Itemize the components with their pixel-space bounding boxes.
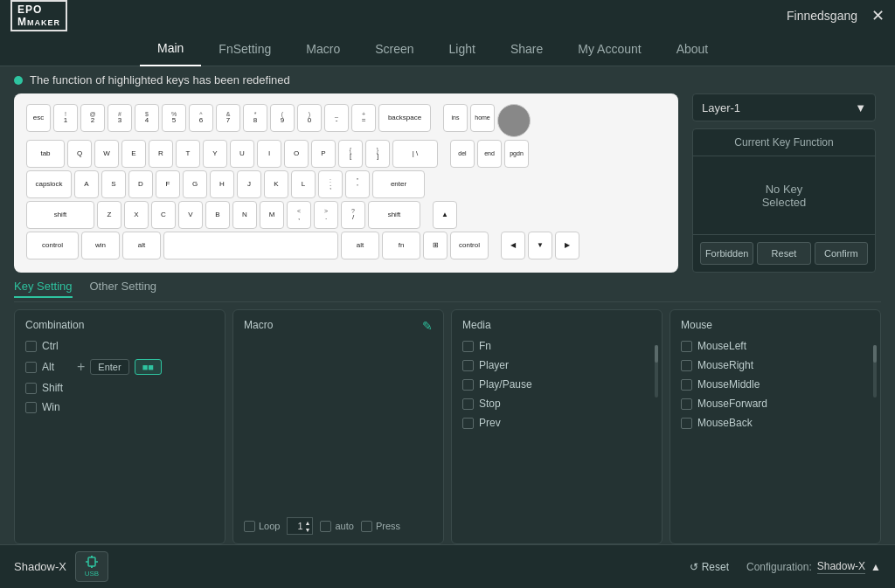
key-g[interactable]: G xyxy=(183,170,207,198)
key-o[interactable]: O xyxy=(284,140,309,168)
key-end[interactable]: end xyxy=(477,140,502,168)
key-n[interactable]: N xyxy=(232,201,257,229)
mousemiddle-checkbox[interactable] xyxy=(681,379,692,391)
key-4[interactable]: $4 xyxy=(135,104,159,132)
press-checkbox[interactable] xyxy=(361,521,372,532)
key-d[interactable]: D xyxy=(128,170,153,198)
nav-fnsetting[interactable]: FnSetting xyxy=(201,31,288,66)
key-quote[interactable]: "' xyxy=(345,170,370,198)
key-i[interactable]: I xyxy=(257,140,281,168)
key-alt-r[interactable]: alt xyxy=(341,232,379,259)
key-ctrl-l[interactable]: control xyxy=(26,232,79,259)
alt-checkbox[interactable] xyxy=(25,362,37,373)
stop-checkbox[interactable] xyxy=(462,398,474,410)
key-tab[interactable]: tab xyxy=(26,140,65,168)
key-b[interactable]: B xyxy=(205,201,230,229)
layer-select[interactable]: Layer-1 ▼ xyxy=(692,93,876,121)
key-w[interactable]: W xyxy=(94,140,119,168)
close-button[interactable]: ✕ xyxy=(871,8,885,24)
loop-up-arrow[interactable]: ▲ xyxy=(305,520,311,526)
nav-screen[interactable]: Screen xyxy=(357,31,431,66)
player-checkbox[interactable] xyxy=(462,360,474,371)
key-arrow-right[interactable]: ▶ xyxy=(555,232,579,259)
config-arrow[interactable]: ▲ xyxy=(871,561,881,573)
key-arrow-up[interactable]: ▲ xyxy=(433,201,457,229)
key-6[interactable]: ^6 xyxy=(189,104,213,132)
key-alt-l[interactable]: alt xyxy=(122,232,161,259)
nav-light[interactable]: Light xyxy=(432,31,493,66)
key-lbracket[interactable]: {[ xyxy=(338,140,363,168)
key-y[interactable]: Y xyxy=(203,140,227,168)
mouseleft-checkbox[interactable] xyxy=(681,341,692,352)
key-backslash[interactable]: | \ xyxy=(392,140,438,168)
key-knob[interactable] xyxy=(497,104,531,137)
key-2[interactable]: @2 xyxy=(80,104,105,132)
key-enter[interactable]: enter xyxy=(372,170,425,198)
macro-edit-icon[interactable]: ✎ xyxy=(422,319,433,333)
key-comma[interactable]: <, xyxy=(287,201,311,229)
key-pgdn[interactable]: pgdn xyxy=(504,140,529,168)
key-v[interactable]: V xyxy=(178,201,203,229)
key-del[interactable]: del xyxy=(450,140,475,168)
key-ins[interactable]: ins xyxy=(443,104,468,132)
key-minus[interactable]: _- xyxy=(324,104,349,132)
key-5[interactable]: %5 xyxy=(162,104,186,132)
mouseright-checkbox[interactable] xyxy=(681,360,692,371)
key-semicolon[interactable]: :; xyxy=(318,170,343,198)
nav-about[interactable]: About xyxy=(659,31,726,66)
nav-main[interactable]: Main xyxy=(140,31,201,66)
key-m[interactable]: M xyxy=(260,201,284,229)
key-x[interactable]: X xyxy=(124,201,149,229)
shift-checkbox[interactable] xyxy=(25,383,37,394)
key-9[interactable]: (9 xyxy=(270,104,295,132)
key-equals[interactable]: += xyxy=(351,104,376,132)
key-h[interactable]: H xyxy=(210,170,234,198)
nav-share[interactable]: Share xyxy=(493,31,560,66)
enter-chip[interactable]: Enter xyxy=(90,359,128,375)
forbidden-button[interactable]: Forbidden xyxy=(700,242,753,265)
key-esc[interactable]: esc xyxy=(26,104,51,132)
key-shift-r[interactable]: shift xyxy=(368,201,420,229)
loop-checkbox[interactable] xyxy=(244,521,255,532)
key-home[interactable]: home xyxy=(470,104,495,132)
key-7[interactable]: &7 xyxy=(216,104,240,132)
key-space[interactable] xyxy=(163,232,338,259)
playpause-checkbox[interactable] xyxy=(462,379,474,391)
confirm-button[interactable]: Confirm xyxy=(815,242,868,265)
key-0[interactable]: )0 xyxy=(297,104,322,132)
key-z[interactable]: Z xyxy=(97,201,121,229)
key-slash[interactable]: ?/ xyxy=(341,201,365,229)
key-j[interactable]: J xyxy=(237,170,261,198)
nav-myaccount[interactable]: My Account xyxy=(560,31,658,66)
key-t[interactable]: T xyxy=(176,140,200,168)
fn-checkbox[interactable] xyxy=(462,341,474,352)
key-menu[interactable]: ⊞ xyxy=(423,232,448,259)
key-u[interactable]: U xyxy=(230,140,254,168)
key-backspace[interactable]: backspace xyxy=(378,104,431,132)
ctrl-checkbox[interactable] xyxy=(25,341,37,352)
key-capslock[interactable]: capslock xyxy=(26,170,72,198)
tab-other-setting[interactable]: Other Setting xyxy=(90,280,157,298)
key-3[interactable]: #3 xyxy=(108,104,132,132)
auto-checkbox[interactable] xyxy=(320,521,331,532)
mouseforward-checkbox[interactable] xyxy=(681,398,692,410)
loop-down-arrow[interactable]: ▼ xyxy=(305,527,311,533)
key-s[interactable]: S xyxy=(101,170,126,198)
key-win[interactable]: win xyxy=(81,232,120,259)
key-arrow-down[interactable]: ▼ xyxy=(528,232,552,259)
nav-macro[interactable]: Macro xyxy=(288,31,357,66)
mouse-scrollbar[interactable] xyxy=(873,345,877,398)
key-a[interactable]: A xyxy=(74,170,99,198)
key-period[interactable]: >. xyxy=(314,201,338,229)
key-ctrl-r[interactable]: control xyxy=(450,232,489,259)
key-c[interactable]: C xyxy=(151,201,176,229)
key-8[interactable]: *8 xyxy=(243,104,267,132)
key-k[interactable]: K xyxy=(264,170,288,198)
key-p[interactable]: P xyxy=(311,140,336,168)
key-rbracket[interactable]: }] xyxy=(365,140,390,168)
reset-key-button[interactable]: Reset xyxy=(757,242,810,265)
key-q[interactable]: Q xyxy=(67,140,92,168)
key-arrow-left[interactable]: ◀ xyxy=(501,232,525,259)
key-r[interactable]: R xyxy=(149,140,173,168)
media-scrollbar[interactable] xyxy=(655,345,658,398)
